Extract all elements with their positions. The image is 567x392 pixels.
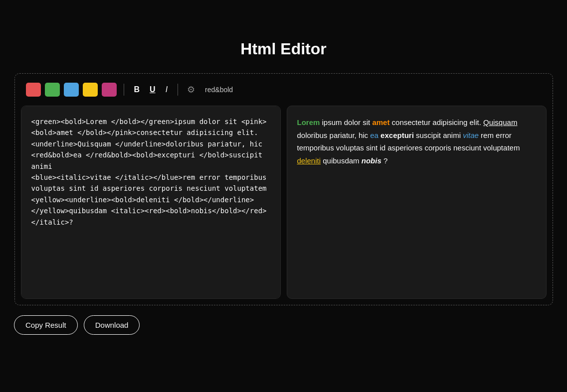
copy-result-button[interactable]: Copy Result — [14, 315, 78, 335]
preview-quibusdam: quibusdam — [323, 156, 362, 165]
preview-nobis: nobis — [362, 156, 381, 165]
preview-doloribus: doloribus pariatur, hic — [297, 131, 371, 139]
download-button[interactable]: Download — [84, 315, 140, 335]
preview-ea: ea — [370, 131, 378, 139]
preview-consectetur: consectetur adipisicing elit. — [392, 118, 483, 127]
editor-textarea[interactable]: <green><bold>Lorem </bold></green>ipsum … — [31, 116, 270, 288]
page-title: Html Editor — [240, 40, 326, 58]
color-yellow[interactable] — [83, 83, 98, 97]
color-green[interactable] — [45, 83, 60, 97]
divider-1 — [124, 84, 124, 96]
preview-panel: Lorem ipsum dolor sit amet consectetur a… — [287, 106, 547, 299]
divider-2 — [178, 84, 178, 96]
color-blue[interactable] — [64, 83, 79, 97]
preview-vitae: vitae — [463, 131, 479, 139]
preview-question: ? — [383, 156, 387, 165]
preview-amet: amet — [372, 118, 389, 127]
color-red[interactable] — [26, 83, 41, 97]
bold-button[interactable]: B — [131, 84, 143, 95]
preview-suscipit: suscipit animi — [416, 131, 463, 139]
editor-panel[interactable]: <green><bold>Lorem </bold></green>ipsum … — [21, 106, 281, 299]
bottom-buttons: Copy Result Download — [14, 315, 140, 335]
editor-container: B U I ⚙ red&bold <green><bold>Lorem </bo… — [14, 73, 553, 305]
panels-container: <green><bold>Lorem </bold></green>ipsum … — [21, 106, 547, 299]
toolbar: B U I ⚙ red&bold — [21, 80, 547, 100]
underline-button[interactable]: U — [147, 84, 159, 95]
active-tag: red&bold — [205, 86, 233, 94]
preview-quisquam: Quisquam — [483, 118, 517, 127]
settings-icon[interactable]: ⚙ — [187, 84, 195, 95]
color-pink[interactable] — [102, 83, 117, 97]
preview-ipsum: ipsum dolor sit — [322, 118, 373, 127]
preview-excepturi: excepturi — [380, 131, 414, 139]
preview-deleniti: deleniti — [297, 156, 321, 165]
preview-lorem: Lorem — [297, 118, 320, 127]
italic-button[interactable]: I — [163, 84, 171, 95]
